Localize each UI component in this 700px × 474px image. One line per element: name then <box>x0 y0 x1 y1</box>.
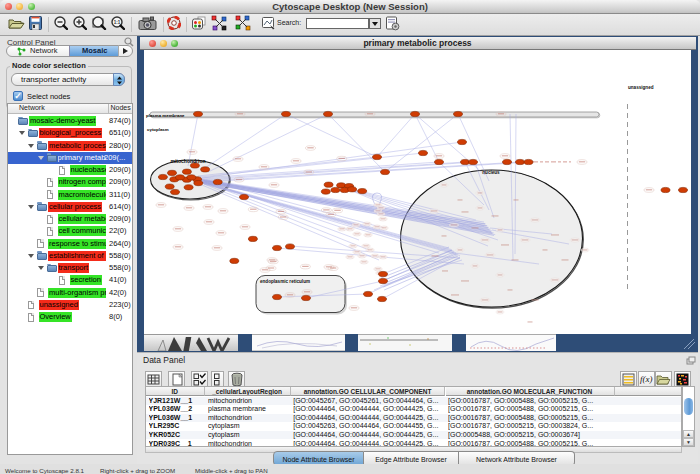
svg-text:endoplasmic reticulum: endoplasmic reticulum <box>260 279 310 284</box>
svg-text:mitochondrion: mitochondrion <box>171 158 206 164</box>
svg-text:plasma membrane: plasma membrane <box>146 113 185 118</box>
svg-text:nucleus: nucleus <box>482 170 500 175</box>
svg-text:1:1: 1:1 <box>114 20 121 25</box>
svg-text:unassigned: unassigned <box>628 85 654 90</box>
svg-text:cytoplasm: cytoplasm <box>147 127 169 132</box>
